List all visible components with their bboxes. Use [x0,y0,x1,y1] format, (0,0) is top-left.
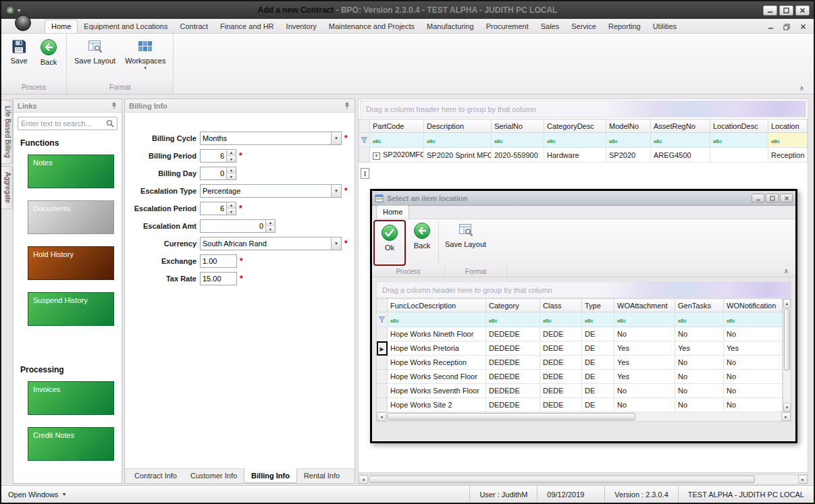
pin-icon[interactable] [344,102,350,109]
cell-wonotification[interactable]: No [724,398,783,412]
billing-cycle-dropdown[interactable]: ▼ [200,132,342,145]
cell-description[interactable]: SP2020 Sprint MFC [424,148,492,163]
spin-down-icon[interactable]: ▼ [227,173,236,179]
ribbon-tab-inventory[interactable]: Inventory [280,20,323,33]
cell-wonotification[interactable]: No [724,384,783,398]
ribbon-tab-procurement[interactable]: Procurement [480,20,535,33]
dialog-horizontal-scrollbar[interactable]: ◄ ► [376,412,791,422]
side-tab-aggregate[interactable]: Aggregate [1,166,13,209]
filter-cell-description[interactable]: aBc [424,133,492,148]
cell-type[interactable]: DE [582,370,614,384]
ribbon-tab-finance-and-hr[interactable]: Finance and HR [214,20,280,33]
column-header-wonotification[interactable]: WONotification [724,299,783,312]
cell-funclocdescription[interactable]: Hope Works Seventh Floor [388,384,486,398]
cell-class[interactable]: DEDE [540,370,582,384]
filter-cell-partcode[interactable]: aBc [370,133,424,148]
ribbon-tab-home[interactable]: Home [45,20,78,33]
currency-value[interactable] [201,237,331,250]
pin-icon[interactable] [111,102,117,109]
scroll-up-icon[interactable]: ▲ [783,299,791,308]
cell-gentasks[interactable]: No [675,384,724,398]
spin-up-icon[interactable]: ▲ [266,220,275,226]
escalation-amt-stepper[interactable]: ▲▼ [200,219,275,233]
cell-locationdesc[interactable] [710,148,768,163]
column-header-funclocdescription[interactable]: FuncLocDescription [388,299,486,312]
cell-funclocdescription[interactable]: Hope Works Site 2 [388,398,486,412]
cell-funclocdescription[interactable]: Hope Works Pretoria [388,341,486,356]
cell-wonotification[interactable]: Yes [724,341,783,356]
cell-wonotification[interactable]: No [724,356,783,370]
workspaces-button[interactable]: Workspaces ▼ [120,36,170,73]
cell-partcode[interactable]: +SP2020MFC [370,148,424,163]
cell-category[interactable]: DEDEDE [486,356,540,370]
column-header-modelno[interactable]: ModelNo [606,119,651,133]
ribbon-tab-utilities[interactable]: Utilities [647,20,683,33]
spin-up-icon[interactable]: ▲ [227,202,236,208]
filter-cell-woattachment[interactable]: aBc [614,312,675,327]
cell-class[interactable]: DEDE [540,356,582,370]
row-indicator-cell[interactable] [377,398,388,412]
escalation-period-value[interactable] [201,202,226,215]
dialog-back-button[interactable]: Back [407,219,437,267]
link-button-suspend-history[interactable]: Suspend History [28,292,114,326]
spin-down-icon[interactable]: ▼ [227,208,236,215]
column-header-categorydesc[interactable]: CategoryDesc [544,119,606,133]
ribbon-tab-reporting[interactable]: Reporting [602,20,647,33]
escalation-amt-value[interactable] [201,220,265,232]
column-header-serialno[interactable]: SerialNo [492,119,544,133]
link-button-invoices[interactable]: Invoices [28,381,114,415]
cell-gentasks[interactable]: No [675,327,724,341]
filter-cell-funclocdescription[interactable]: aBc [388,312,486,327]
side-tab-life-based-billing[interactable]: Life Based Billing [1,100,13,164]
location-row-current[interactable]: ▶ Hope Works Pretoria DEDEDE DEDE DE Yes… [377,341,783,356]
cell-category[interactable]: DEDEDE [486,398,540,412]
cell-funclocdescription[interactable]: Hope Works Nineth Floor [388,327,486,341]
close-button[interactable] [795,5,810,16]
scroll-right-icon[interactable]: ► [781,412,791,421]
spin-up-icon[interactable]: ▲ [227,167,236,173]
cell-gentasks[interactable]: No [675,398,724,412]
minimize-button[interactable] [763,5,777,16]
cell-category[interactable]: DEDEDE [486,384,540,398]
scroll-left-icon[interactable]: ◄ [377,412,386,421]
save-button[interactable]: Save [4,36,34,67]
ribbon-collapse-icon[interactable]: ∧ [799,84,804,92]
filter-cell-class[interactable]: aBc [540,312,582,327]
cell-gentasks[interactable]: No [675,370,724,384]
mdi-restore-button[interactable] [781,22,792,31]
tab-customer-info[interactable]: Customer Info [184,469,244,483]
save-layout-button[interactable]: Save Layout [70,36,120,67]
cell-assetregno[interactable]: AREG4500 [651,148,710,163]
ok-button[interactable]: Ok [375,221,404,264]
cell-category[interactable]: DEDEDE [486,327,540,341]
scroll-left-icon[interactable]: ◄ [359,475,368,484]
items-grid-row[interactable]: +SP2020MFC SP2020 Sprint MFC 2020-559900… [359,148,808,163]
tax-rate-value[interactable] [201,273,236,285]
billing-period-value[interactable] [201,150,226,162]
row-indicator-cell[interactable] [359,148,370,163]
row-indicator-cell[interactable] [377,384,388,398]
column-header-location[interactable]: Location [768,119,808,133]
row-indicator-cell[interactable] [377,327,388,341]
escalation-period-stepper[interactable]: ▲▼ [200,202,236,215]
quick-access-arrow-icon[interactable]: ▾ [18,7,20,13]
tab-contract-info[interactable]: Contract Info [128,469,184,483]
cell-woattachment[interactable]: No [614,384,675,398]
cell-class[interactable]: DEDE [540,398,582,412]
exchange-field[interactable] [200,254,237,268]
cell-woattachment[interactable]: Yes [614,341,675,356]
column-header-locationdesc[interactable]: LocationDesc [710,119,768,133]
cell-class[interactable]: DEDE [540,384,582,398]
location-row[interactable]: Hope Works Nineth Floor DEDEDE DEDE DE N… [377,327,783,341]
dialog-close-button[interactable] [780,194,793,202]
cell-gentasks[interactable]: No [675,356,724,370]
expand-row-icon[interactable]: + [373,152,380,160]
cell-type[interactable]: DE [582,384,614,398]
column-header-class[interactable]: Class [540,299,582,312]
column-header-type[interactable]: Type [582,299,614,312]
back-button[interactable]: Back [34,36,63,69]
ribbon-tab-maintenance-and-projects[interactable]: Maintenance and Projects [323,20,421,33]
cell-woattachment[interactable]: Yes [614,356,675,370]
cell-modelno[interactable]: SP2020 [606,148,651,163]
spin-down-icon[interactable]: ▼ [266,226,275,232]
